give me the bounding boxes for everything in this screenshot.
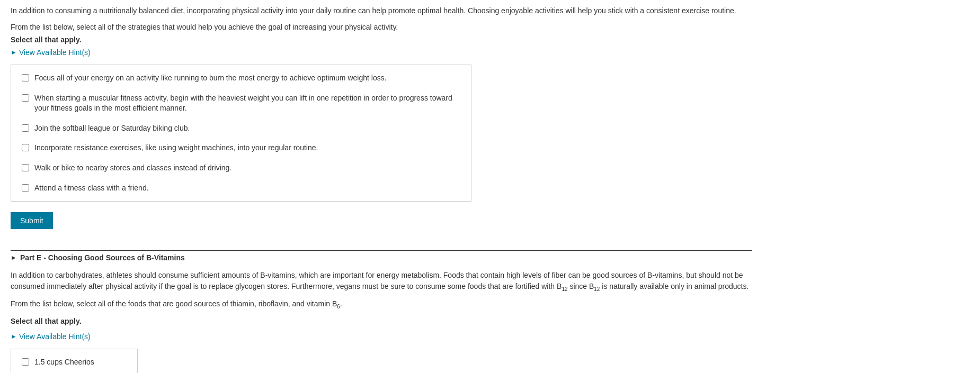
- b12-sub-2: 12: [594, 286, 600, 292]
- part-e-title: Part E - Choosing Good Sources of B-Vita…: [20, 253, 185, 262]
- checkbox-label-3: Join the softball league or Saturday bik…: [34, 123, 190, 134]
- intro-paragraph-1: In addition to consuming a nutritionally…: [11, 5, 752, 16]
- food-checkbox-label-1: 1.5 cups Cheerios: [34, 357, 94, 368]
- checkbox-label-1: Focus all of your energy on an activity …: [34, 73, 387, 84]
- checkbox-label-6: Attend a fitness class with a friend.: [34, 183, 149, 194]
- hints-link-part-e-label: View Available Hint(s): [19, 332, 91, 341]
- food-checkbox-1[interactable]: [22, 358, 29, 366]
- checkbox-1[interactable]: [22, 74, 29, 81]
- b12-sub-1: 12: [562, 286, 567, 292]
- checkbox-3[interactable]: [22, 124, 29, 132]
- part-e-paragraph-2: From the list below, select all of the f…: [11, 298, 752, 311]
- checkbox-item-3: Join the softball league or Saturday bik…: [22, 123, 460, 134]
- hints-link-activity[interactable]: ► View Available Hint(s): [11, 48, 752, 57]
- part-e-select-all-label: Select all that apply.: [11, 316, 752, 327]
- page-content: In addition to consuming a nutritionally…: [11, 5, 752, 373]
- checkbox-item-5: Walk or bike to nearby stores and classe…: [22, 163, 460, 174]
- part-e-section: ► Part E - Choosing Good Sources of B-Vi…: [11, 250, 752, 373]
- checkbox-6[interactable]: [22, 184, 29, 192]
- part-e-header: ► Part E - Choosing Good Sources of B-Vi…: [11, 250, 752, 262]
- food-checkbox-container: 1.5 cups Cheerios 2 slices whole-wheat b…: [11, 349, 138, 373]
- checkbox-item-6: Attend a fitness class with a friend.: [22, 183, 460, 194]
- checkbox-label-4: Incorporate resistance exercises, like u…: [34, 143, 318, 153]
- hints-arrow-icon: ►: [11, 49, 17, 56]
- select-all-label: Select all that apply.: [11, 35, 752, 44]
- checkbox-5[interactable]: [22, 164, 29, 171]
- section-arrow-icon: ►: [11, 254, 17, 261]
- checkbox-4[interactable]: [22, 144, 29, 151]
- submit-button[interactable]: Submit: [11, 212, 53, 229]
- food-checkbox-item-1: 1.5 cups Cheerios: [22, 357, 127, 368]
- checkbox-item-1: Focus all of your energy on an activity …: [22, 73, 460, 84]
- part-e-p2-end: .: [340, 299, 342, 308]
- hints-arrow-part-e-icon: ►: [11, 333, 17, 340]
- part-e-p1-text-b: since B: [568, 282, 594, 290]
- checkbox-label-2: When starting a muscular fitness activit…: [34, 93, 460, 114]
- checkbox-2[interactable]: [22, 94, 29, 102]
- part-e-p1-text-c: is naturally available only in animal pr…: [600, 282, 749, 290]
- checkbox-item-4: Incorporate resistance exercises, like u…: [22, 143, 460, 153]
- checkbox-label-5: Walk or bike to nearby stores and classe…: [34, 163, 231, 174]
- hints-link-label: View Available Hint(s): [19, 48, 91, 57]
- part-e-paragraph-1: In addition to carbohydrates, athletes s…: [11, 270, 752, 293]
- activity-checkbox-container: Focus all of your energy on an activity …: [11, 65, 471, 202]
- part-e-p2-text: From the list below, select all of the f…: [11, 299, 337, 308]
- part-e-body: In addition to carbohydrates, athletes s…: [11, 270, 752, 373]
- select-instruction: From the list below, select all of the s…: [11, 22, 752, 33]
- checkbox-item-2: When starting a muscular fitness activit…: [22, 93, 460, 114]
- hints-link-part-e[interactable]: ► View Available Hint(s): [11, 332, 752, 341]
